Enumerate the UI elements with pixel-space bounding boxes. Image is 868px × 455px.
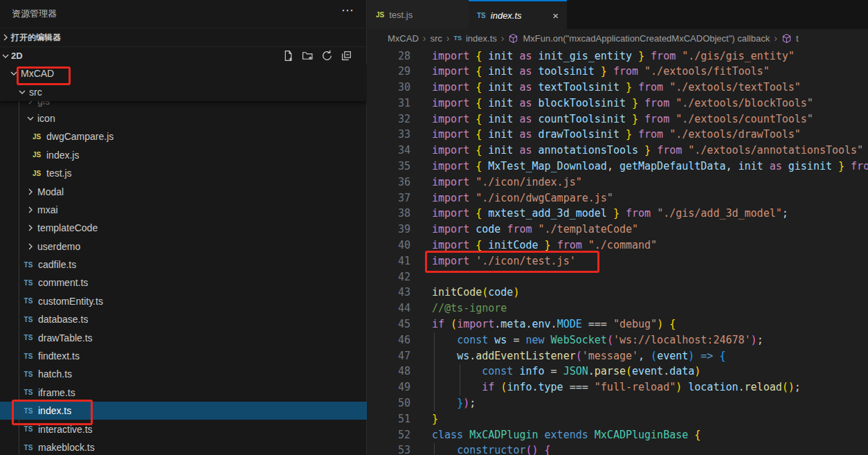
- file-tree: MxCADsrc gisiconJSdwgCampare.jsJSindex.j…: [0, 64, 367, 455]
- code-line[interactable]: import code from "./templateCode": [432, 222, 868, 238]
- breadcrumb-item[interactable]: src: [430, 33, 442, 44]
- tab-index-ts[interactable]: TSindex.ts×: [469, 0, 567, 29]
- chevron-right-icon[interactable]: [25, 204, 36, 215]
- tree-item-database-ts[interactable]: TSdatabase.ts: [0, 310, 367, 328]
- code-line[interactable]: import { init as blockToolsinit } from "…: [432, 96, 868, 111]
- breadcrumb-item[interactable]: MxFun.on("mxcadApplicationCreatedMxCADOb…: [523, 33, 770, 44]
- js-file-icon: JS: [31, 170, 42, 177]
- tree-item-label: userdemo: [37, 241, 80, 252]
- code-line[interactable]: import { MxTest_Map_Download, getMapDefa…: [432, 159, 868, 175]
- tree-item-templateCode[interactable]: templateCode: [0, 219, 367, 237]
- line-number: 32: [368, 111, 410, 127]
- code-line[interactable]: import { init as drawToolsinit } from ".…: [432, 127, 868, 143]
- chevron-right-icon[interactable]: [25, 186, 36, 197]
- tree-item-index-js[interactable]: JSindex.js: [0, 146, 367, 164]
- code-line[interactable]: import { mxtest_add_3d_model } from "./g…: [432, 206, 868, 222]
- chevron-right-icon[interactable]: [25, 101, 36, 107]
- code-line[interactable]: constructor() {: [432, 443, 868, 455]
- tree-item-partial: gis: [0, 101, 367, 109]
- breadcrumb-item[interactable]: t: [796, 33, 799, 44]
- line-number: 35: [368, 159, 410, 175]
- tab-test-js[interactable]: JStest.js: [368, 0, 469, 29]
- tree-item-index-ts[interactable]: TSindex.ts: [0, 402, 367, 420]
- tree-item-label: makeblock.ts: [38, 442, 95, 453]
- code-line[interactable]: ws.addEventListener('message', (event) =…: [432, 348, 868, 364]
- code-line[interactable]: if (import.meta.env.MODE === "debug") {: [432, 316, 868, 332]
- tree-item-gis[interactable]: gis: [0, 101, 367, 109]
- line-number: 45: [368, 316, 410, 332]
- breadcrumb-item[interactable]: MxCAD: [388, 33, 419, 44]
- chevron-down-icon[interactable]: [8, 68, 19, 79]
- tree-item-icon[interactable]: icon: [0, 109, 367, 127]
- code-line[interactable]: initCode(code): [432, 285, 868, 301]
- code-editor[interactable]: 2829303132333435363738394041424344454647…: [368, 47, 868, 455]
- tree-item-MxCAD[interactable]: MxCAD: [0, 64, 367, 82]
- tree-item-label: index.ts: [38, 405, 71, 416]
- code-line[interactable]: import "./icon/dwgCampare.js": [432, 190, 868, 206]
- code-line[interactable]: const info = JSON.parse(event.data): [432, 364, 868, 380]
- tree-item-iframe-ts[interactable]: TSiframe.ts: [0, 384, 367, 402]
- workspace-section-header[interactable]: 2D: [0, 46, 366, 64]
- tree-item-cadfile-ts[interactable]: TScadfile.ts: [0, 256, 367, 274]
- tree-item-comment-ts[interactable]: TScomment.ts: [0, 274, 367, 292]
- ts-file-icon: TS: [477, 12, 486, 19]
- code-line[interactable]: if (info.type === "full-reload") locatio…: [432, 380, 868, 395]
- code-line[interactable]: import { init as init_gis_entity } from …: [432, 48, 868, 64]
- symbol-cube-icon: [781, 33, 792, 44]
- code-line[interactable]: const ws = new WebSocket('ws://localhost…: [432, 332, 868, 348]
- chevron-down-icon[interactable]: [17, 87, 28, 98]
- tree-item-drawTable-ts[interactable]: TSdrawTable.ts: [0, 328, 367, 346]
- chevron-down-icon[interactable]: [25, 113, 36, 124]
- tree-item-makeblock-ts[interactable]: TSmakeblock.ts: [0, 438, 367, 455]
- line-number: 40: [368, 238, 410, 253]
- code-line[interactable]: import { initCode } from "./command": [432, 238, 868, 253]
- chevron-right-icon[interactable]: [25, 241, 36, 252]
- tree-item-dwgCampare-js[interactable]: JSdwgCampare.js: [0, 127, 367, 145]
- breadcrumb-separator-icon: ›: [774, 33, 777, 44]
- code-line[interactable]: import { init as annotationsTools } from…: [432, 143, 868, 159]
- tree-item-label: mxai: [37, 204, 58, 215]
- code-content: import { init as init_gis_entity } from …: [432, 48, 868, 455]
- code-line[interactable]: import "./icon/index.js": [432, 175, 868, 190]
- more-actions-icon[interactable]: ⋯: [341, 3, 355, 18]
- refresh-icon[interactable]: [321, 50, 333, 62]
- tree-item-Modal[interactable]: Modal: [0, 182, 367, 200]
- code-line[interactable]: }: [432, 411, 868, 427]
- tree-item-findtext-ts[interactable]: TSfindtext.ts: [0, 347, 367, 365]
- ts-file-icon: TS: [23, 371, 34, 378]
- code-line[interactable]: //@ts-ignore: [432, 301, 868, 316]
- tree-item-test-js[interactable]: JStest.js: [0, 164, 367, 182]
- new-file-icon[interactable]: [282, 50, 294, 62]
- tree-item-userdemo[interactable]: userdemo: [0, 238, 367, 256]
- tree-item-hatch-ts[interactable]: TShatch.ts: [0, 365, 367, 383]
- ts-file-icon: TS: [23, 407, 34, 415]
- code-line[interactable]: [432, 269, 868, 285]
- tree-item-label: hatch.ts: [38, 368, 72, 380]
- ts-file-icon: TS: [23, 316, 34, 323]
- tree-item-label: index.js: [46, 150, 79, 161]
- tree-item-customEntity-ts[interactable]: TScustomEntity.ts: [0, 292, 367, 310]
- tree-item-mxai[interactable]: mxai: [0, 201, 367, 219]
- code-line[interactable]: class MxCADPlugin extends MxCADPluginBas…: [432, 427, 868, 443]
- line-number: 48: [368, 364, 410, 380]
- tree-item-label: templateCode: [37, 222, 98, 233]
- close-icon[interactable]: ×: [552, 10, 559, 21]
- new-folder-icon[interactable]: [302, 50, 314, 62]
- code-line[interactable]: import './icon/test.js': [432, 253, 868, 269]
- tree-item-label: cadfile.ts: [38, 259, 76, 270]
- line-number: 42: [368, 269, 410, 285]
- chevron-right-icon[interactable]: [25, 222, 36, 233]
- line-number: 37: [368, 190, 410, 206]
- collapse-all-icon[interactable]: [341, 50, 352, 62]
- code-line[interactable]: import { init as textToolsinit } from ".…: [432, 80, 868, 96]
- tree-item-src[interactable]: src: [0, 82, 367, 100]
- line-number: 46: [368, 332, 410, 348]
- tree-item-label: dwgCampare.js: [46, 131, 114, 142]
- code-line[interactable]: import { init as countToolsinit } from "…: [432, 111, 868, 127]
- tree-item-interactive-ts[interactable]: TSinteractive.ts: [0, 420, 367, 438]
- open-editors-section[interactable]: 打开的编辑器: [0, 28, 366, 46]
- code-line[interactable]: });: [432, 395, 868, 411]
- breadcrumb-item[interactable]: index.ts: [466, 33, 497, 44]
- code-line[interactable]: import { init as toolsinit } from "./ext…: [432, 64, 868, 80]
- line-number: 39: [368, 222, 410, 238]
